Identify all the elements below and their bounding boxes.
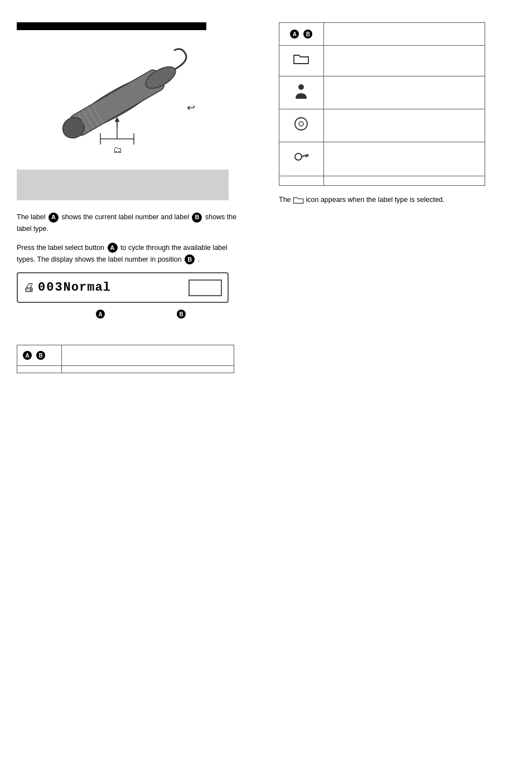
circle-a-ref: A xyxy=(49,213,59,223)
right-blank-icon-cell xyxy=(279,176,324,186)
svg-point-15 xyxy=(298,84,304,90)
header-ab-cell: A B xyxy=(17,345,62,366)
key-icon xyxy=(285,147,318,171)
right-column: A B xyxy=(279,22,515,735)
circle-b-ref: B xyxy=(192,213,202,223)
right-row-key xyxy=(279,142,485,176)
display-wrapper: 🖨 003 Normal A B xyxy=(17,272,268,325)
right-blank-desc xyxy=(323,176,485,186)
display-normal-text: Normal xyxy=(64,281,111,295)
right-person-icon-cell xyxy=(279,76,324,109)
section-title-bar xyxy=(17,22,206,30)
right-folder-icon-cell xyxy=(279,46,324,76)
right-header-row: A B xyxy=(279,23,485,46)
display-right-box xyxy=(188,279,222,296)
right-header-desc xyxy=(323,23,485,46)
svg-text:🗂: 🗂 xyxy=(113,145,122,155)
right-key-icon-cell xyxy=(279,142,324,176)
table-row-1 xyxy=(17,366,234,373)
right-folder-desc xyxy=(323,46,485,76)
header-circle-a: A xyxy=(23,351,32,360)
svg-point-17 xyxy=(299,122,303,126)
right-row-folder xyxy=(279,46,485,76)
right-icon-table: A B xyxy=(279,22,485,186)
header-desc-cell xyxy=(62,345,234,366)
display-panel: 🖨 003 Normal xyxy=(17,272,229,303)
right-key-desc xyxy=(323,142,485,176)
printer-icon: 🖨 xyxy=(23,281,35,294)
disc-icon xyxy=(285,114,318,137)
circle-a-btn: A xyxy=(108,243,118,253)
svg-point-16 xyxy=(295,118,307,130)
circle-b-btn: B xyxy=(185,254,195,264)
person-icon xyxy=(285,81,318,104)
right-text-block: The icon appears when the label type is … xyxy=(279,194,485,206)
right-person-desc xyxy=(323,76,485,109)
text-block-1: The label A shows the current label numb… xyxy=(17,211,240,235)
right-header-circle-b: B xyxy=(303,30,312,38)
left-column: 🗂 ↩ The label A shows the current label … xyxy=(17,22,268,735)
right-row-blank xyxy=(279,176,485,186)
svg-point-18 xyxy=(295,153,302,160)
right-header-circle-a: A xyxy=(290,30,299,38)
gray-info-box xyxy=(17,170,229,200)
row1-desc-cell xyxy=(62,366,234,373)
row1-ab-cell xyxy=(17,366,62,373)
svg-text:↩: ↩ xyxy=(187,102,195,113)
display-counter: 003 xyxy=(38,281,64,295)
page-container: 🗂 ↩ The label A shows the current label … xyxy=(0,0,532,757)
table-header-row: A B xyxy=(17,345,234,366)
right-header-ab-cell: A B xyxy=(279,23,324,46)
folder-icon xyxy=(285,50,318,71)
bottom-table: A B xyxy=(17,345,234,373)
label-b-display: B xyxy=(177,310,186,319)
header-circle-b: B xyxy=(36,351,45,360)
text-block-2: Press the label select button A to cycle… xyxy=(17,242,240,266)
device-illustration: 🗂 ↩ xyxy=(28,41,206,164)
right-row-person xyxy=(279,76,485,109)
right-row-disc xyxy=(279,109,485,142)
right-disc-icon-cell xyxy=(279,109,324,142)
label-a-display: A xyxy=(96,310,105,319)
right-disc-desc xyxy=(323,109,485,142)
